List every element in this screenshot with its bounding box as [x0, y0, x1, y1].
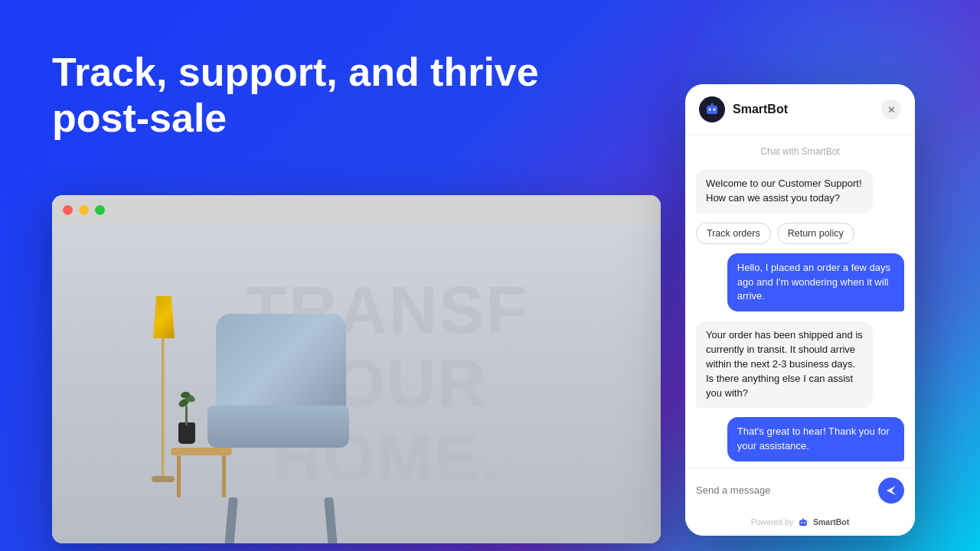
- chair-leg-left: [224, 497, 238, 543]
- chat-system-label: Chat with SmartBot: [696, 146, 904, 157]
- hero-title-line2: post-sale: [52, 96, 539, 142]
- svg-point-1: [709, 109, 711, 111]
- message-user-2: That's great to hear! Thank you for your…: [727, 417, 904, 461]
- chair-leg-right: [324, 497, 338, 543]
- room-scene: TRANSF YOUR HOME.: [52, 224, 661, 543]
- svg-rect-4: [712, 103, 713, 104]
- plant: [178, 422, 195, 444]
- hero-title-line1: Track, support, and thrive: [52, 50, 539, 96]
- chat-body[interactable]: Chat with SmartBot Welcome to our Custom…: [685, 135, 915, 468]
- svg-rect-5: [799, 520, 807, 527]
- window-maximize-dot[interactable]: [95, 205, 105, 215]
- svg-point-7: [804, 522, 805, 523]
- window-close-dot[interactable]: [63, 205, 73, 215]
- chat-footer: Powered by SmartBot: [685, 513, 915, 536]
- quick-reply-return-policy[interactable]: Return policy: [777, 223, 854, 244]
- browser-titlebar: [52, 195, 661, 224]
- message-user-1: Hello, I placed an order a few days ago …: [727, 253, 904, 312]
- chat-title: SmartBot: [733, 103, 788, 116]
- footer-powered-text: Powered by: [751, 517, 793, 527]
- browser-window: TRANSF YOUR HOME.: [52, 195, 661, 543]
- hero-text: Track, support, and thrive post-sale: [52, 50, 539, 142]
- svg-point-2: [714, 109, 716, 111]
- lamp-shade: [153, 296, 175, 338]
- quick-replies: Track orders Return policy: [696, 223, 854, 244]
- table-leg-left: [177, 455, 181, 497]
- svg-point-6: [801, 522, 802, 523]
- chat-send-button[interactable]: [878, 478, 904, 504]
- quick-reply-track-orders[interactable]: Track orders: [696, 223, 771, 244]
- chat-close-button[interactable]: ✕: [881, 99, 901, 119]
- message-bot-2: Your order has been shipped and is curre…: [696, 321, 873, 408]
- chair-back: [216, 314, 346, 413]
- svg-rect-0: [707, 106, 717, 114]
- bot-avatar: [699, 96, 725, 122]
- footer-brand: SmartBot: [813, 517, 849, 527]
- chat-header: SmartBot ✕: [685, 84, 915, 135]
- svg-rect-8: [802, 518, 804, 520]
- browser-content: TRANSF YOUR HOME.: [52, 224, 661, 543]
- window-minimize-dot[interactable]: [79, 205, 89, 215]
- chat-widget: SmartBot ✕ Chat with SmartBot Welcome to…: [685, 84, 915, 536]
- chair-seat: [207, 406, 349, 448]
- chat-header-left: SmartBot: [699, 96, 788, 122]
- chat-input-area: [685, 468, 915, 513]
- armchair: [213, 314, 349, 497]
- chat-input[interactable]: [696, 484, 872, 496]
- lamp-pole: [162, 338, 165, 476]
- message-bot-1: Welcome to our Customer Support! How can…: [696, 169, 873, 214]
